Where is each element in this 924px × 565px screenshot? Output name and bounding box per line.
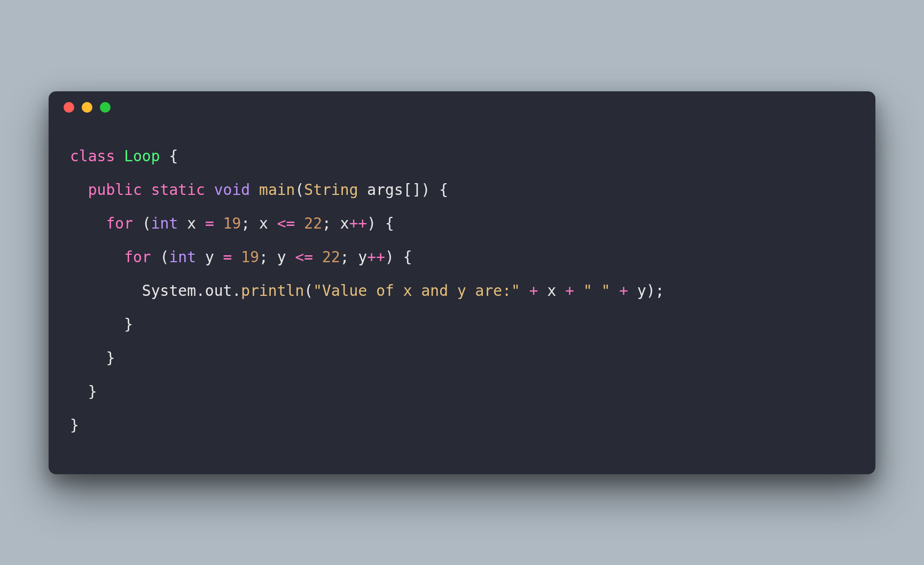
code-token-plain: (: [160, 248, 169, 266]
stage: class Loop { public static void main(Str…: [0, 0, 924, 565]
code-token-fn: println: [241, 282, 304, 300]
code-line: }: [70, 383, 97, 401]
titlebar: [49, 91, 875, 123]
code-token-op: +: [565, 282, 574, 300]
code-token-kw: public: [88, 181, 151, 199]
code-token-plain: }: [88, 383, 97, 401]
code-token-plain: args[]) {: [358, 181, 449, 199]
code-token-op: =: [205, 215, 214, 232]
code-token-plain: System.out.: [142, 282, 241, 300]
code-token-plain: ; y: [340, 248, 367, 266]
code-token-type: int: [151, 215, 178, 232]
code-token-plain: (: [142, 215, 151, 232]
minimize-icon[interactable]: [82, 102, 92, 113]
code-token-class: Loop: [124, 147, 160, 165]
code-token-op: ++: [367, 248, 385, 266]
code-token-lit: "Value of x and y are:": [313, 282, 520, 300]
code-token-plain: [610, 282, 620, 300]
code-token-plain: }: [106, 349, 115, 367]
code-token-plain: ; y: [259, 248, 295, 266]
code-token-kw: for: [106, 215, 142, 232]
code-token-plain: [520, 282, 529, 300]
code-token-plain: ) {: [385, 248, 412, 266]
code-block: class Loop { public static void main(Str…: [49, 123, 875, 442]
code-line: }: [70, 316, 133, 333]
close-icon[interactable]: [64, 102, 74, 113]
code-window: class Loop { public static void main(Str…: [49, 91, 875, 474]
code-token-op: +: [529, 282, 538, 300]
code-token-kw: static: [151, 181, 214, 199]
code-token-num: 19: [223, 215, 241, 232]
code-token-str: String: [304, 181, 358, 199]
code-token-plain: y: [196, 248, 223, 266]
code-token-plain: ) {: [367, 215, 394, 232]
code-token-op: =: [223, 248, 232, 266]
code-token-plain: ; x: [322, 215, 349, 232]
code-line: }: [70, 417, 79, 434]
code-token-type: int: [169, 248, 196, 266]
code-line: }: [70, 349, 115, 367]
code-token-num: 22: [322, 248, 340, 266]
code-token-lit: " ": [583, 282, 610, 300]
code-token-plain: (: [304, 282, 313, 300]
code-token-plain: y);: [628, 282, 664, 300]
code-token-plain: [232, 248, 241, 266]
code-token-num: 19: [241, 248, 259, 266]
code-token-num: 22: [304, 215, 322, 232]
code-token-plain: ; x: [241, 215, 277, 232]
code-token-plain: x: [178, 215, 205, 232]
code-token-kw: class: [70, 147, 124, 165]
code-token-plain: [214, 215, 223, 232]
code-token-op: <=: [295, 248, 313, 266]
code-token-op: ++: [349, 215, 367, 232]
code-token-plain: [313, 248, 322, 266]
code-line: public static void main(String args[]) {: [70, 181, 448, 199]
code-line: System.out.println("Value of x and y are…: [70, 282, 664, 300]
code-token-plain: }: [124, 316, 133, 333]
code-line: for (int x = 19; x <= 22; x++) {: [70, 215, 394, 232]
code-token-plain: [295, 215, 304, 232]
code-token-op: <=: [277, 215, 295, 232]
code-token-op: +: [619, 282, 628, 300]
code-token-kw: for: [124, 248, 160, 266]
code-line: for (int y = 19; y <= 22; y++) {: [70, 248, 412, 266]
code-token-plain: [574, 282, 583, 300]
code-token-plain: }: [70, 417, 79, 434]
code-line: class Loop {: [70, 147, 178, 165]
code-token-plain: {: [160, 147, 178, 165]
code-token-fn: main: [259, 181, 295, 199]
code-token-plain: (: [295, 181, 304, 199]
zoom-icon[interactable]: [100, 102, 111, 113]
code-token-type: void: [214, 181, 259, 199]
code-token-plain: x: [538, 282, 566, 300]
